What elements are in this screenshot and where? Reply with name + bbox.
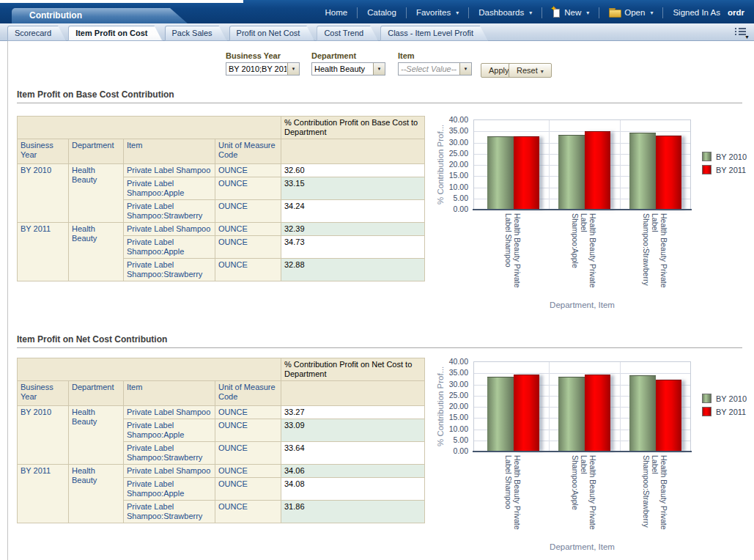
base-cost-chart: % Contribution Prof...0.005.0010.0015.00…	[433, 110, 754, 319]
cell-value: 34.08	[281, 478, 425, 501]
x-axis-title: Department, Item	[473, 542, 691, 551]
bar[interactable]	[656, 380, 682, 451]
blank-header-cell	[281, 139, 425, 164]
column-header-department: Department	[69, 381, 124, 406]
bar[interactable]	[585, 375, 611, 451]
tab-scorecard[interactable]: Scorecard	[7, 26, 66, 41]
page-options-icon[interactable]: ▼	[735, 28, 748, 37]
cell-department: Health Beauty	[69, 164, 124, 223]
measure-header: % Contribution Profit on Net Cost to Dep…	[281, 358, 425, 381]
y-tick-label: 0.00	[433, 446, 468, 455]
bar[interactable]	[629, 133, 656, 209]
cell-item: Private Label Shampoo	[124, 164, 215, 177]
nav-new[interactable]: ✦ New▾	[542, 7, 599, 18]
dropdown-arrow-icon[interactable]: ▼	[287, 63, 299, 75]
cell-item: Private Label Shampoo:Strawberry	[124, 200, 215, 223]
cell-value: 34.06	[281, 465, 425, 478]
cell-business-year: BY 2010	[18, 406, 69, 465]
cell-item: Private Label Shampoo:Apple	[124, 236, 215, 259]
cell-department: Health Beauty	[69, 223, 124, 281]
bar[interactable]	[629, 375, 656, 451]
x-axis-title: Department, Item	[473, 301, 691, 309]
cell-uom: OUNCE	[215, 236, 281, 259]
cell-value: 33.15	[281, 177, 425, 200]
signed-in-menu[interactable]: Signed In As ordr	[663, 8, 754, 17]
bar[interactable]	[514, 375, 540, 451]
bar[interactable]	[558, 135, 585, 209]
nav-catalog[interactable]: Catalog	[358, 8, 406, 17]
tab-item-profit-on-cost[interactable]: Item Profit on Cost	[68, 26, 162, 41]
legend: BY 2010BY 2011	[702, 394, 747, 420]
dashboard-brand-tab[interactable]: Contribution	[12, 8, 188, 23]
legend-swatch	[702, 165, 712, 174]
bar[interactable]	[585, 131, 611, 209]
y-tick-label: 20.00	[433, 402, 468, 410]
category-separator	[620, 362, 621, 451]
cell-uom: OUNCE	[215, 442, 281, 465]
bar[interactable]	[558, 377, 585, 451]
blank-header-cell	[18, 117, 281, 139]
item-select[interactable]: --Select Value-- ▼	[398, 62, 472, 75]
cell-uom: OUNCE	[215, 200, 281, 223]
cell-value: 34.73	[281, 236, 425, 259]
bar[interactable]	[514, 136, 540, 209]
legend-item: BY 2011	[702, 407, 747, 416]
y-tick-label: 25.00	[433, 391, 468, 399]
category-separator	[620, 120, 621, 209]
bar[interactable]	[487, 136, 514, 209]
legend-label: BY 2010	[716, 394, 747, 403]
dropdown-arrow-icon[interactable]: ▼	[373, 63, 385, 75]
column-header-business-year: Business Year	[18, 139, 69, 164]
nav-home[interactable]: Home	[316, 8, 358, 17]
chevron-down-icon: ▾	[456, 10, 459, 16]
cell-uom: OUNCE	[215, 164, 281, 177]
tab-cost-trend[interactable]: Cost Trend	[317, 26, 378, 41]
column-header-uom: Unit of Measure Code	[215, 139, 281, 164]
category-separator	[549, 362, 550, 451]
cell-department: Health Beauty	[69, 406, 124, 465]
dropdown-arrow-icon[interactable]: ▼	[459, 63, 471, 75]
cell-uom: OUNCE	[215, 478, 281, 501]
plot-area	[473, 361, 691, 451]
legend-item: BY 2010	[702, 152, 747, 161]
cell-value: 32.88	[281, 259, 425, 281]
dashboard-content: Business Year BY 2010;BY 2011 ▼ Departme…	[7, 41, 754, 560]
table-row: BY 2011 Health Beauty Private Label Sham…	[18, 223, 425, 236]
nav-dashboards[interactable]: Dashboards▾	[469, 8, 542, 17]
x-category-labels: Health Beauty PrivateLabel ShampooHealth…	[473, 213, 691, 300]
nav-open[interactable]: Open▾	[599, 8, 662, 17]
bar[interactable]	[656, 136, 682, 209]
legend-item: BY 2010	[702, 394, 747, 403]
department-select[interactable]: Health Beauty ▼	[311, 62, 385, 75]
cell-uom: OUNCE	[215, 419, 281, 442]
signed-in-label: Signed In As	[673, 8, 720, 17]
x-category-label: Health Beauty PrivateLabel Shampoo	[504, 213, 522, 301]
column-header-department: Department	[69, 139, 124, 164]
x-axis-line	[473, 209, 692, 210]
net-cost-table: % Contribution Profit on Net Cost to Dep…	[17, 358, 425, 523]
column-header-item: Item	[124, 139, 215, 164]
reset-button[interactable]: Reset▾	[509, 63, 552, 78]
nav-favorites[interactable]: Favorites▾	[407, 8, 468, 17]
x-category-label: Health Beauty PrivateLabelShampoo:Apple	[571, 213, 597, 301]
top-bar: Contribution Home Catalog Favorites▾ Das…	[0, 0, 754, 23]
cell-item: Private Label Shampoo	[124, 465, 215, 478]
cell-item: Private Label Shampoo	[124, 406, 215, 419]
table-row: BY 2010 Health Beauty Private Label Sham…	[18, 406, 425, 419]
legend-label: BY 2011	[716, 166, 746, 174]
cell-value: 32.39	[281, 223, 425, 236]
legend-swatch	[702, 394, 712, 403]
gridline	[474, 131, 690, 132]
y-tick-label: 20.00	[433, 160, 468, 169]
y-tick-label: 35.00	[433, 126, 468, 135]
business-year-select[interactable]: BY 2010;BY 2011 ▼	[226, 62, 300, 75]
prompt-label: Department	[311, 51, 388, 60]
tab-pack-sales[interactable]: Pack Sales	[165, 26, 227, 41]
cell-value: 33.64	[281, 442, 425, 465]
blank-header-cell	[18, 358, 281, 381]
column-header-business-year: Business Year	[18, 381, 69, 406]
tab-class-item-level-profit[interactable]: Class - Item Level Profit	[380, 26, 488, 41]
tab-profit-on-net-cost[interactable]: Profit on Net Cost	[229, 26, 315, 41]
table-row: BY 2011 Health Beauty Private Label Sham…	[18, 465, 425, 478]
bar[interactable]	[487, 377, 514, 451]
